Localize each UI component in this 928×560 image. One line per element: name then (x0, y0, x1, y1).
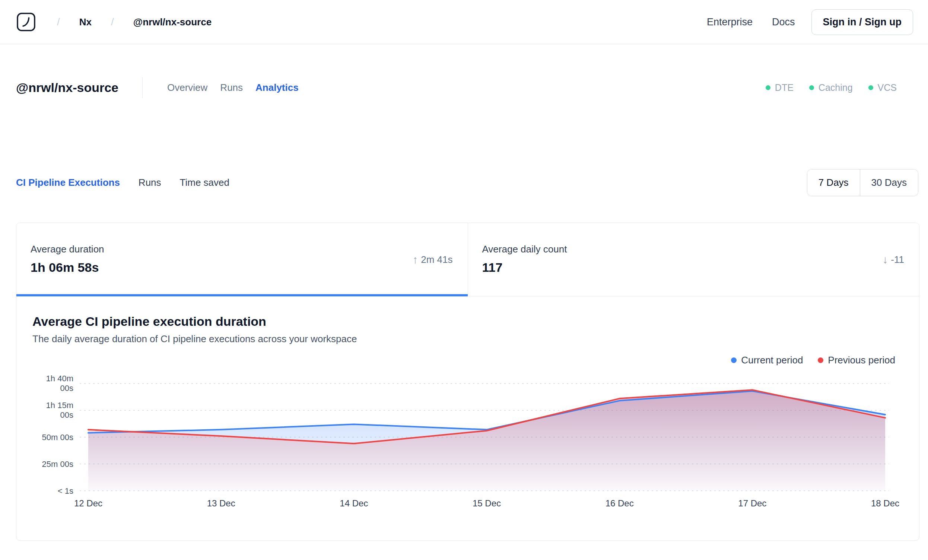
metric-tab-time-saved[interactable]: Time saved (180, 177, 229, 188)
svg-text:16 Dec: 16 Dec (606, 498, 634, 508)
page-title: @nrwl/nx-source (16, 81, 118, 95)
legend-current-period-label: Current period (741, 354, 803, 366)
chart-title: Average CI pipeline execution duration (32, 314, 901, 329)
card-average-duration-value: 1h 06m 58s (31, 260, 468, 275)
status-caching-label: Caching (818, 82, 853, 93)
breadcrumb-separator: / (111, 16, 114, 28)
docs-link[interactable]: Docs (772, 17, 795, 28)
header-nav: Enterprise Docs (707, 17, 795, 28)
analytics-controls-row: CI Pipeline Executions Runs Time saved 7… (0, 169, 928, 196)
red-dot-icon (818, 357, 823, 363)
chart-section: Average CI pipeline execution duration T… (17, 296, 919, 540)
metric-tab-runs[interactable]: Runs (139, 177, 161, 188)
date-range-toggle: 7 Days 30 Days (807, 169, 918, 196)
enterprise-link[interactable]: Enterprise (707, 17, 752, 28)
breadcrumb-repo[interactable]: @nrwl/nx-source (133, 17, 212, 28)
legend-previous-period-label: Previous period (828, 354, 895, 366)
title-divider (142, 77, 143, 98)
tab-runs[interactable]: Runs (220, 80, 243, 96)
svg-text:50m 00s: 50m 00s (42, 433, 73, 442)
svg-text:25m 00s: 25m 00s (42, 459, 73, 469)
card-average-duration-delta-value: 2m 41s (421, 254, 452, 266)
svg-text:13 Dec: 13 Dec (207, 498, 235, 508)
nx-cloud-logo-icon (16, 12, 36, 32)
status-vcs: VCS (868, 82, 897, 93)
status-indicators: DTE Caching VCS (766, 82, 897, 93)
blue-dot-icon (731, 357, 737, 363)
metric-tabs: CI Pipeline Executions Runs Time saved (16, 177, 229, 188)
svg-text:14 Dec: 14 Dec (340, 498, 368, 508)
legend-current-period: Current period (731, 354, 803, 366)
card-average-daily-count-label: Average daily count (482, 244, 919, 255)
svg-text:17 Dec: 17 Dec (738, 498, 766, 508)
svg-text:< 1s: < 1s (58, 486, 73, 496)
workspace-tabs: Overview Runs Analytics (167, 80, 299, 96)
green-dot-icon (868, 85, 873, 90)
top-header: / Nx / @nrwl/nx-source Enterprise Docs S… (0, 0, 928, 44)
status-dte: DTE (766, 82, 794, 93)
duration-chart-svg: 1h 40m00s1h 15m00s50m 00s25m 00s< 1s12 D… (32, 371, 900, 519)
signin-button[interactable]: Sign in / Sign up (812, 9, 913, 35)
svg-text:18 Dec: 18 Dec (871, 498, 899, 508)
workspace-title-row: @nrwl/nx-source Overview Runs Analytics … (0, 77, 928, 98)
svg-text:12 Dec: 12 Dec (74, 498, 102, 508)
svg-text:1h 15m00s: 1h 15m00s (46, 401, 73, 420)
svg-text:1h 40m00s: 1h 40m00s (46, 374, 73, 393)
summary-cards-row: Average duration 1h 06m 58s ↑ 2m 41s Ave… (17, 223, 919, 296)
range-option-7-days[interactable]: 7 Days (807, 169, 860, 196)
arrow-down-icon: ↓ (882, 253, 888, 266)
range-option-30-days[interactable]: 30 Days (860, 169, 918, 196)
arrow-up-icon: ↑ (413, 253, 418, 266)
card-average-duration-label: Average duration (31, 244, 468, 255)
card-average-daily-count[interactable]: Average daily count 117 ↓ -11 (468, 223, 919, 296)
card-average-daily-count-delta-value: -11 (891, 254, 904, 266)
breadcrumb-org[interactable]: Nx (79, 17, 92, 28)
card-average-daily-count-delta: ↓ -11 (882, 253, 904, 266)
legend-previous-period: Previous period (818, 354, 895, 366)
status-vcs-label: VCS (878, 82, 897, 93)
status-caching: Caching (809, 82, 853, 93)
green-dot-icon (809, 85, 814, 90)
tab-overview[interactable]: Overview (167, 80, 208, 96)
chart-subtitle: The daily average duration of CI pipelin… (32, 333, 901, 345)
tab-analytics[interactable]: Analytics (255, 80, 299, 96)
card-average-duration[interactable]: Average duration 1h 06m 58s ↑ 2m 41s (17, 223, 468, 296)
green-dot-icon (766, 85, 771, 90)
card-average-daily-count-value: 117 (482, 260, 919, 275)
card-average-duration-delta: ↑ 2m 41s (413, 253, 453, 266)
chart-legend: Current period Previous period (32, 354, 901, 366)
analytics-panel: Average duration 1h 06m 58s ↑ 2m 41s Ave… (16, 223, 919, 541)
metric-tab-ci-pipeline-executions[interactable]: CI Pipeline Executions (16, 177, 120, 188)
breadcrumb-separator: / (57, 16, 60, 28)
breadcrumb: / Nx / @nrwl/nx-source (57, 16, 212, 28)
active-card-indicator (17, 294, 468, 296)
status-dte-label: DTE (775, 82, 794, 93)
nx-cloud-logo[interactable] (16, 12, 36, 32)
svg-text:15 Dec: 15 Dec (473, 498, 501, 508)
